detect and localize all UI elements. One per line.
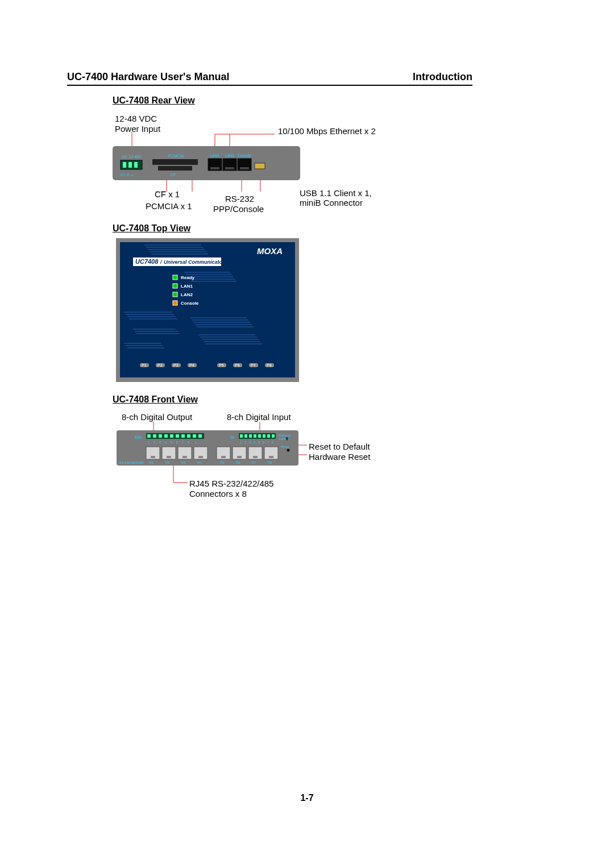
section-front-title: UC-7408 Front View: [113, 394, 198, 405]
svg-rect-125: [239, 433, 276, 439]
svg-rect-114: [198, 434, 202, 438]
svg-text:4: 4: [254, 441, 255, 444]
svg-text:P1: P1: [150, 461, 154, 464]
svg-rect-32: [255, 163, 265, 169]
svg-rect-163: [269, 456, 273, 458]
chapter-title: Introduction: [413, 71, 472, 83]
reset-default-label: Reset to Default: [309, 442, 370, 451]
svg-rect-128: [249, 434, 252, 438]
svg-text:P6: P6: [236, 461, 240, 464]
svg-rect-157: [167, 456, 171, 458]
svg-text:DI: DI: [230, 435, 234, 439]
svg-rect-20: [158, 166, 192, 171]
svg-rect-162: [253, 456, 258, 458]
svg-text:CF: CF: [171, 173, 176, 177]
svg-text:6: 6: [263, 441, 264, 444]
svg-rect-131: [263, 434, 265, 438]
svg-rect-130: [258, 434, 261, 438]
section-top-title: UC-7408 Top View: [113, 223, 190, 234]
svg-rect-106: [153, 434, 156, 438]
svg-text:RS-232/422/485: RS-232/422/485: [119, 461, 144, 464]
svg-rect-156: [151, 456, 155, 458]
svg-text:UC7408: UC7408: [135, 258, 159, 265]
di-label: 8-ch Digital Input: [227, 412, 291, 422]
top-panel-diagram: MOXA UC7408 / Universal Communicator Rea…: [116, 238, 299, 382]
rear-panel-diagram: DC 12-48V V+ V- ⏚ PCMCIA CF LAN1 LAN2 Co…: [113, 132, 340, 192]
svg-text:3: 3: [159, 441, 161, 444]
svg-text:Default: Default: [279, 437, 289, 441]
svg-text:1: 1: [240, 441, 242, 444]
svg-text:Universal Communicator: Universal Communicator: [164, 259, 225, 265]
svg-rect-14: [123, 162, 126, 168]
svg-text:5: 5: [258, 441, 260, 444]
svg-text:P6: P6: [235, 363, 240, 367]
svg-text:5: 5: [171, 441, 172, 444]
svg-text:P4: P4: [189, 363, 194, 367]
svg-text:P8: P8: [268, 461, 272, 464]
svg-text:8: 8: [188, 441, 189, 444]
rs232-label: RS-232: [225, 194, 254, 203]
svg-rect-129: [254, 434, 256, 438]
svg-text:Ready: Ready: [181, 275, 195, 280]
svg-text:4: 4: [165, 441, 167, 444]
svg-text:1: 1: [148, 441, 150, 444]
svg-text:P3: P3: [173, 363, 179, 367]
svg-rect-127: [244, 434, 247, 438]
svg-text:DIO: DIO: [135, 435, 142, 439]
svg-text:PCMCIA: PCMCIA: [168, 154, 184, 158]
svg-text:P7: P7: [251, 363, 256, 367]
svg-text:MOXA: MOXA: [257, 246, 283, 256]
svg-rect-161: [237, 456, 242, 458]
svg-rect-111: [181, 434, 185, 438]
svg-text:LAN1: LAN1: [210, 153, 220, 157]
page-header: UC-7400 Hardware User's Manual Introduct…: [67, 71, 472, 86]
svg-text:LAN2: LAN2: [225, 153, 235, 157]
usb-label-2: miniB Connector: [300, 198, 363, 207]
svg-text:P2: P2: [165, 461, 170, 464]
svg-rect-113: [193, 434, 196, 438]
svg-text:P2: P2: [157, 363, 163, 367]
svg-text:DC 12-48V: DC 12-48V: [122, 155, 142, 159]
svg-rect-126: [240, 434, 243, 438]
svg-text:Console: Console: [181, 301, 199, 306]
svg-rect-160: [221, 456, 226, 458]
pcmcia-label: PCMCIA x 1: [146, 201, 192, 211]
svg-rect-27: [225, 167, 234, 169]
svg-rect-74: [173, 292, 177, 297]
do-label: 8-ch Digital Output: [122, 412, 192, 422]
ppp-label: PPP/Console: [213, 204, 264, 214]
hw-reset-label: Hardware Reset: [309, 452, 370, 462]
svg-text:2: 2: [154, 441, 155, 444]
manual-title: UC-7400 Hardware User's Manual: [67, 71, 229, 83]
svg-rect-158: [182, 456, 187, 458]
svg-rect-112: [187, 434, 190, 438]
svg-text:LAN1: LAN1: [181, 284, 193, 289]
svg-rect-132: [267, 434, 270, 438]
svg-rect-105: [147, 434, 151, 438]
svg-text:7: 7: [182, 441, 184, 444]
svg-text:P8: P8: [267, 363, 272, 367]
svg-text:6: 6: [176, 441, 178, 444]
svg-text:P1: P1: [142, 363, 147, 367]
svg-rect-15: [128, 162, 132, 168]
svg-point-145: [287, 449, 290, 452]
svg-rect-16: [134, 162, 138, 168]
svg-text:P3: P3: [181, 461, 186, 464]
svg-text:P4: P4: [197, 461, 202, 464]
svg-text:V+ V- ⏚: V+ V- ⏚: [121, 173, 134, 177]
svg-text:7: 7: [267, 441, 269, 444]
svg-rect-109: [170, 434, 173, 438]
svg-text:LAN2: LAN2: [181, 292, 193, 297]
svg-text:2: 2: [244, 441, 246, 444]
svg-rect-72: [173, 284, 177, 288]
page-number: 1-7: [0, 793, 614, 803]
svg-rect-110: [176, 434, 179, 438]
svg-rect-76: [173, 301, 177, 305]
power-label-1: 12-48 VDC: [115, 114, 157, 123]
svg-text:P7: P7: [252, 461, 256, 464]
svg-rect-19: [152, 159, 198, 165]
svg-text:Console: Console: [238, 153, 251, 157]
svg-rect-107: [159, 434, 162, 438]
svg-text:P5: P5: [219, 363, 224, 367]
svg-rect-26: [210, 167, 219, 169]
